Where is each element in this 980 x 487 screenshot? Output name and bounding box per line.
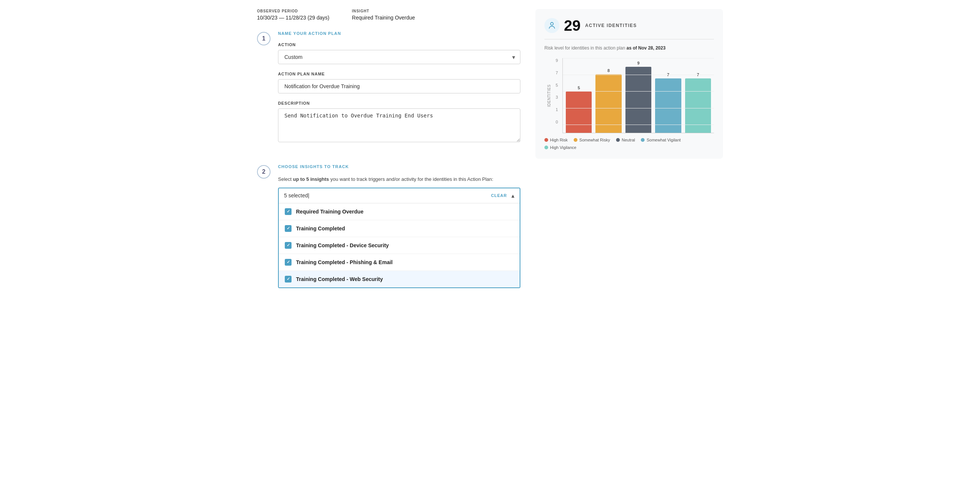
- legend-label-high-risk: High Risk: [550, 138, 568, 142]
- observed-period-value: 10/30/23 — 11/28/23 (29 days): [257, 14, 329, 21]
- legend-label-somewhat-vigilant: Somewhat Vigilant: [646, 138, 681, 142]
- plan-name-label: ACTION PLAN NAME: [278, 72, 520, 76]
- step-1-section: 1 NAME YOUR ACTION PLAN ACTION Custom Em…: [257, 31, 520, 151]
- insight-item-2[interactable]: Training Completed - Device Security: [279, 237, 520, 254]
- insight-item-4[interactable]: Training Completed - Web Security: [279, 271, 520, 287]
- insight-label: INSIGHT: [352, 9, 415, 13]
- legend-label-neutral: Neutral: [622, 138, 635, 142]
- insight-checkbox-0[interactable]: [285, 208, 291, 215]
- dropdown-chevron-up-icon: ▴: [511, 192, 514, 199]
- plan-name-field-group: ACTION PLAN NAME: [278, 72, 520, 94]
- bars-area: 5 8 9 7: [562, 58, 714, 133]
- insight-checkbox-1[interactable]: [285, 225, 291, 232]
- y-label-1: 1: [556, 107, 560, 112]
- legend-neutral: Neutral: [616, 138, 635, 142]
- clear-button[interactable]: CLEAR: [491, 193, 507, 198]
- y-label-5: 5: [556, 83, 560, 88]
- legend-dot-somewhat-vigilant: [641, 138, 644, 142]
- right-panel: 29 ACTIVE IDENTITIES Risk level for iden…: [535, 9, 723, 302]
- insight-checkbox-4[interactable]: [285, 276, 291, 283]
- observed-period: OBSERVED PERIOD 10/30/23 — 11/28/23 (29 …: [257, 9, 329, 21]
- action-select[interactable]: Custom Email Slack Webhook: [278, 50, 520, 64]
- bar-somewhat-vigilant: 7: [655, 72, 681, 133]
- bar-rect-somewhat-risky: [595, 74, 621, 133]
- y-label-0: 0: [556, 120, 560, 124]
- step-2-title: CHOOSE INSIGHTS TO TRACK: [278, 164, 520, 169]
- step-2-circle: 2: [257, 165, 270, 178]
- description-field-group: DESCRIPTION Send Notification to Overdue…: [278, 101, 520, 143]
- action-select-wrapper: Custom Email Slack Webhook ▾: [278, 50, 520, 64]
- gridline-2: [563, 75, 714, 75]
- bar-label-neutral: 9: [637, 61, 640, 65]
- gridline-5: [563, 124, 714, 125]
- legend-dot-high-risk: [544, 138, 548, 142]
- insight-checkbox-3[interactable]: [285, 259, 291, 266]
- insight-label-2: Training Completed - Device Security: [296, 242, 389, 248]
- insight-label-4: Training Completed - Web Security: [296, 276, 383, 282]
- step-1-circle: 1: [257, 32, 270, 45]
- gridline-top: [563, 58, 714, 59]
- bar-label-high-risk: 5: [578, 86, 580, 90]
- header-meta: OBSERVED PERIOD 10/30/23 — 11/28/23 (29 …: [257, 9, 520, 21]
- insight-item-1[interactable]: Training Completed: [279, 220, 520, 237]
- legend-high-risk: High Risk: [544, 138, 568, 142]
- insight-label-0: Required Training Overdue: [296, 208, 364, 215]
- person-icon: [544, 18, 559, 33]
- legend-label-somewhat-risky: Somewhat Risky: [579, 138, 610, 142]
- action-label: ACTION: [278, 42, 520, 47]
- action-field-group: ACTION Custom Email Slack Webhook ▾: [278, 42, 520, 64]
- legend-dot-neutral: [616, 138, 620, 142]
- insight-label-1: Training Completed: [296, 226, 345, 231]
- step-1-title: NAME YOUR ACTION PLAN: [278, 31, 520, 36]
- gridline-4: [563, 108, 714, 108]
- insights-dropdown-list: Required Training Overdue Training Compl…: [279, 203, 520, 287]
- gridline-3: [563, 91, 714, 92]
- left-panel: OBSERVED PERIOD 10/30/23 — 11/28/23 (29 …: [257, 9, 520, 302]
- y-label-7: 7: [556, 70, 560, 75]
- insight: INSIGHT Required Training Overdue: [352, 9, 415, 21]
- legend-dot-somewhat-risky: [574, 138, 578, 142]
- description-textarea[interactable]: Send Notification to Overdue Training En…: [278, 108, 520, 142]
- divider: [544, 39, 714, 40]
- bar-label-somewhat-risky: 8: [608, 68, 610, 73]
- plan-name-input[interactable]: [278, 79, 520, 94]
- step-2-section: 2 CHOOSE INSIGHTS TO TRACK Select up to …: [257, 164, 520, 288]
- bar-high-vigilance: 7: [685, 72, 711, 133]
- active-id-header: 29 ACTIVE IDENTITIES: [544, 18, 714, 33]
- legend-label-high-vigilance: High Vigilance: [550, 145, 576, 150]
- insight-item-0[interactable]: Required Training Overdue: [279, 203, 520, 220]
- step-2-content: CHOOSE INSIGHTS TO TRACK Select up to 5 …: [278, 164, 520, 288]
- legend-somewhat-vigilant: Somewhat Vigilant: [641, 138, 681, 142]
- y-label-9: 9: [556, 58, 560, 63]
- insight-checkbox-2[interactable]: [285, 242, 291, 249]
- chart-container: IDENTITIES 9 7 5 3 1 0: [544, 58, 714, 133]
- insights-input-row: CLEAR ▴: [279, 188, 520, 203]
- active-identities-card: 29 ACTIVE IDENTITIES Risk level for iden…: [535, 9, 723, 159]
- legend-somewhat-risky: Somewhat Risky: [574, 138, 610, 142]
- risk-subtitle: Risk level for identities in this action…: [544, 45, 714, 51]
- bar-neutral: 9: [625, 61, 651, 133]
- insight-item-3[interactable]: Training Completed - Phishing & Email: [279, 254, 520, 271]
- step-1-content: NAME YOUR ACTION PLAN ACTION Custom Emai…: [278, 31, 520, 151]
- insights-selector: CLEAR ▴ Required Training Overdue Traini…: [278, 188, 520, 288]
- bar-high-risk: 5: [566, 86, 592, 133]
- description-label: DESCRIPTION: [278, 101, 520, 105]
- active-label: ACTIVE IDENTITIES: [585, 23, 637, 28]
- legend-high-vigilance: High Vigilance: [544, 145, 576, 150]
- bar-somewhat-risky: 8: [595, 68, 621, 133]
- legend-dot-high-vigilance: [544, 146, 548, 149]
- bar-rect-neutral: [625, 67, 651, 133]
- insights-search-input[interactable]: [284, 193, 491, 199]
- chart-legend: High Risk Somewhat Risky Neutral Somewha…: [544, 138, 714, 150]
- y-label-3: 3: [556, 95, 560, 99]
- active-count: 29: [564, 18, 581, 33]
- svg-point-0: [550, 22, 553, 25]
- insight-value: Required Training Overdue: [352, 14, 415, 21]
- bar-rect-high-risk: [566, 92, 592, 133]
- observed-period-label: OBSERVED PERIOD: [257, 9, 329, 13]
- insights-description: Select up to 5 insights you want to trac…: [278, 176, 520, 183]
- insight-label-3: Training Completed - Phishing & Email: [296, 259, 393, 265]
